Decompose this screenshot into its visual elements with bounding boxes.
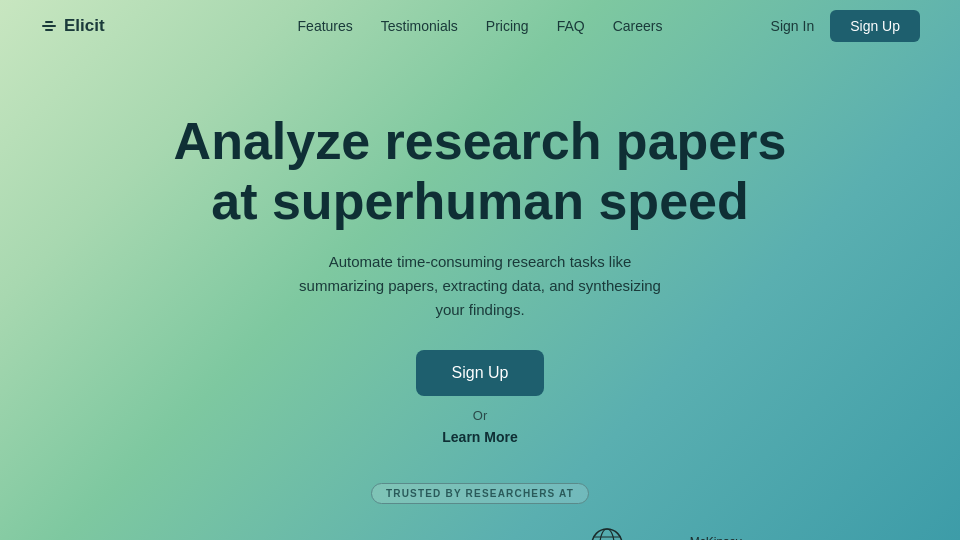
hero-title: Analyze research papers at superhuman sp… — [174, 112, 787, 232]
svg-rect-2 — [45, 29, 53, 31]
logo[interactable]: Elicit — [40, 16, 105, 36]
nav-links: Features Testimonials Pricing FAQ Career… — [298, 18, 663, 34]
svg-rect-1 — [45, 21, 53, 23]
nav-pricing[interactable]: Pricing — [486, 18, 529, 34]
trusted-section: TRUSTED BY RESEARCHERS AT ♛ GOV.UK Googl… — [0, 483, 960, 540]
hero-title-line2: at superhuman speed — [211, 172, 748, 230]
svg-point-3 — [592, 529, 622, 540]
worldbank-globe-icon — [589, 526, 625, 540]
hero-section: Analyze research papers at superhuman sp… — [0, 52, 960, 445]
hero-signup-button[interactable]: Sign Up — [416, 350, 545, 396]
svg-rect-0 — [42, 25, 56, 27]
hero-subtitle: Automate time-consuming research tasks l… — [290, 250, 670, 322]
trusted-badge: TRUSTED BY RESEARCHERS AT — [371, 483, 589, 504]
logo-icon — [40, 17, 58, 35]
logo-text: Elicit — [64, 16, 105, 36]
nav-signup-button[interactable]: Sign Up — [830, 10, 920, 42]
signin-link[interactable]: Sign In — [771, 18, 815, 34]
nav-faq[interactable]: FAQ — [557, 18, 585, 34]
nav-right: Sign In Sign Up — [771, 10, 920, 42]
hero-title-line1: Analyze research papers — [174, 112, 787, 170]
logo-worldbank: THE WORLD BANK — [566, 526, 649, 540]
learn-more-link[interactable]: Learn More — [442, 429, 517, 445]
hero-or-text: Or — [473, 408, 487, 423]
nav-careers[interactable]: Careers — [613, 18, 663, 34]
navbar: Elicit Features Testimonials Pricing FAQ… — [0, 0, 960, 52]
svg-point-4 — [600, 529, 614, 540]
logo-mckinsey: McKinsey & Company — [685, 534, 748, 540]
nav-testimonials[interactable]: Testimonials — [381, 18, 458, 34]
trusted-logos: ♛ GOV.UK Google Stanford AstraZeneca THE — [110, 526, 850, 540]
nav-features[interactable]: Features — [298, 18, 353, 34]
mckinsey-text: McKinsey & Company — [685, 534, 748, 540]
